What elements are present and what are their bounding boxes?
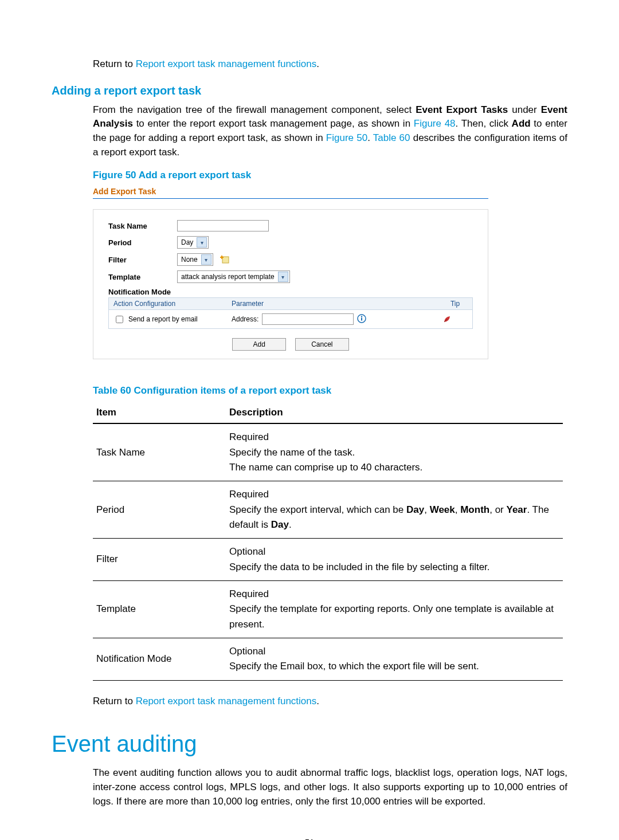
row-filter: Filter None ▾ bbox=[108, 253, 473, 266]
chevron-down-icon: ▾ bbox=[278, 272, 288, 282]
text-bold: Add bbox=[512, 118, 531, 129]
cancel-button[interactable]: Cancel bbox=[295, 338, 349, 351]
template-value: attack analysis report template bbox=[181, 273, 275, 281]
info-icon[interactable] bbox=[357, 314, 366, 325]
table-60-caption: Table 60 Configuration items of a report… bbox=[93, 385, 567, 397]
add-filter-icon[interactable] bbox=[220, 256, 229, 264]
config-table: Item Description Task NameRequiredSpecif… bbox=[93, 402, 563, 680]
chevron-down-icon: ▾ bbox=[201, 254, 211, 265]
col-parameter: Parameter bbox=[227, 298, 438, 309]
chapter-paragraph: The event auditing function allows you t… bbox=[93, 766, 567, 808]
col-action-config: Action Configuration bbox=[109, 298, 227, 309]
label-notification: Notification Mode bbox=[108, 288, 473, 296]
task-name-input[interactable] bbox=[177, 220, 269, 231]
cell-item: Notification Mode bbox=[93, 638, 226, 680]
cell-description: RequiredSpecify the template for exporti… bbox=[226, 580, 563, 638]
text: to enter the report export task manageme… bbox=[133, 118, 414, 129]
col-item: Item bbox=[93, 402, 226, 423]
text: . bbox=[316, 58, 319, 69]
text-bold: Event Export Tasks bbox=[416, 104, 508, 115]
panel-title: Add Export Task bbox=[93, 187, 488, 196]
tip-icon[interactable] bbox=[438, 311, 472, 327]
cell-item: Template bbox=[93, 580, 226, 638]
figure-48-link[interactable]: Figure 48 bbox=[414, 118, 456, 129]
row-template: Template attack analysis report template… bbox=[108, 270, 473, 283]
filter-select[interactable]: None ▾ bbox=[177, 253, 213, 266]
panel-box: Task Name Period Day ▾ Filter None ▾ bbox=[93, 209, 488, 359]
text: From the navigation tree of the firewall… bbox=[93, 104, 416, 115]
label-filter: Filter bbox=[108, 256, 177, 264]
chapter-heading-event-auditing: Event auditing bbox=[52, 731, 567, 757]
address-label: Address: bbox=[232, 315, 258, 323]
section-heading-adding: Adding a report export task bbox=[52, 84, 567, 97]
table-60-link[interactable]: Table 60 bbox=[373, 132, 410, 143]
chevron-down-icon: ▾ bbox=[197, 237, 207, 248]
cell-item: Task Name bbox=[93, 423, 226, 481]
text: . bbox=[367, 132, 373, 143]
panel-divider bbox=[93, 198, 488, 199]
text: under bbox=[508, 104, 540, 115]
cell-description: OptionalSpecify the data to be included … bbox=[226, 539, 563, 581]
page-number: 51 bbox=[52, 837, 567, 840]
cell-item: Filter bbox=[93, 539, 226, 581]
return-line-bottom: Return to Report export task management … bbox=[93, 694, 567, 709]
grid-header: Action Configuration Parameter Tip bbox=[108, 297, 473, 310]
period-value: Day bbox=[181, 238, 193, 246]
return-line-top: Return to Report export task management … bbox=[93, 57, 567, 72]
add-button[interactable]: Add bbox=[232, 338, 286, 351]
text: . Then, click bbox=[456, 118, 512, 129]
figure-50-caption: Figure 50 Add a report export task bbox=[93, 170, 567, 181]
text: Return to bbox=[93, 696, 136, 706]
svg-point-4 bbox=[361, 316, 362, 317]
grid-row: Send a report by email Address: bbox=[108, 310, 473, 329]
return-link[interactable]: Report export task management functions bbox=[136, 58, 317, 69]
label-template: Template bbox=[108, 273, 177, 281]
period-select[interactable]: Day ▾ bbox=[177, 236, 209, 249]
table-row: Task NameRequiredSpecify the name of the… bbox=[93, 423, 563, 481]
send-email-checkbox[interactable] bbox=[116, 316, 123, 323]
row-action-label: Send a report by email bbox=[128, 315, 198, 323]
col-tip: Tip bbox=[438, 298, 472, 309]
text: . bbox=[316, 696, 319, 706]
table-row: FilterOptionalSpecify the data to be inc… bbox=[93, 539, 563, 581]
table-row: Notification ModeOptionalSpecify the Ema… bbox=[93, 638, 563, 680]
table-row: TemplateRequiredSpecify the template for… bbox=[93, 580, 563, 638]
table-row: PeriodRequiredSpecify the export interva… bbox=[93, 481, 563, 539]
add-export-task-panel: Add Export Task Task Name Period Day ▾ F… bbox=[93, 187, 488, 359]
svg-rect-5 bbox=[361, 317, 362, 320]
button-row: Add Cancel bbox=[108, 338, 473, 351]
cell-description: OptionalSpecify the Email box, to which … bbox=[226, 638, 563, 680]
cell-description: RequiredSpecify the name of the task.The… bbox=[226, 423, 563, 481]
address-input[interactable] bbox=[262, 313, 354, 325]
text: Return to bbox=[93, 58, 136, 69]
label-period: Period bbox=[108, 238, 177, 247]
row-period: Period Day ▾ bbox=[108, 236, 473, 249]
cell-description: RequiredSpecify the export interval, whi… bbox=[226, 481, 563, 539]
row-task-name: Task Name bbox=[108, 220, 473, 231]
label-task-name: Task Name bbox=[108, 222, 177, 230]
cell-item: Period bbox=[93, 481, 226, 539]
col-description: Description bbox=[226, 402, 563, 423]
template-select[interactable]: attack analysis report template ▾ bbox=[177, 270, 290, 283]
return-link[interactable]: Report export task management functions bbox=[136, 696, 317, 706]
filter-value: None bbox=[181, 256, 198, 264]
section-paragraph: From the navigation tree of the firewall… bbox=[93, 103, 567, 160]
figure-50-link[interactable]: Figure 50 bbox=[326, 132, 367, 143]
